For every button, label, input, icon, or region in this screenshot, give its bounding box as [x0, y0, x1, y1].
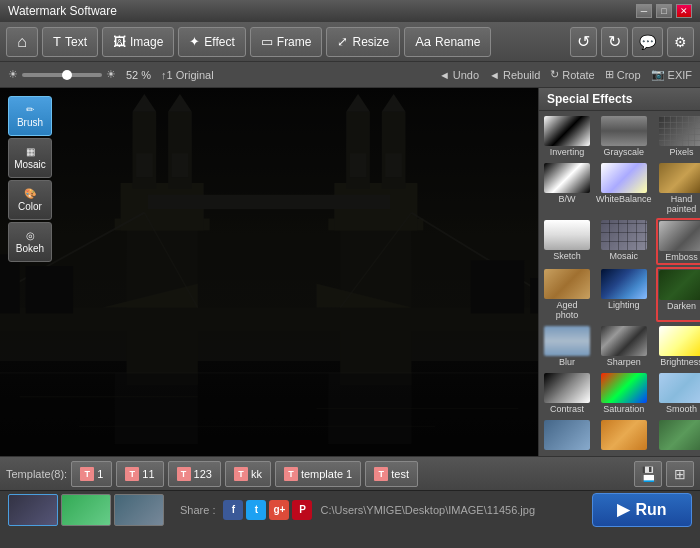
maximize-button[interactable]: □ [656, 4, 672, 18]
zoom-slider-container[interactable]: ☀ ☀ [8, 68, 116, 81]
rename-button[interactable]: Aa Rename [404, 27, 491, 57]
rebuild-icon: ◄ [489, 69, 500, 81]
exif-button[interactable]: 📷 EXIF [651, 68, 692, 81]
template-item-kk[interactable]: T kk [225, 461, 271, 487]
share-buttons: f t g+ P [223, 500, 312, 520]
panel-title: Special Effects [539, 88, 700, 111]
effect-agedphoto[interactable]: Aged photo [542, 267, 592, 322]
effect-pixels[interactable]: Pixels [656, 114, 700, 159]
thumbnail-2[interactable] [61, 494, 111, 526]
effect-thumb-mosaic [601, 220, 647, 250]
template-icon-123: T [177, 467, 191, 481]
rotate-button[interactable]: ↻ Rotate [550, 68, 594, 81]
twitter-share-button[interactable]: t [246, 500, 266, 520]
color-icon: 🎨 [24, 188, 36, 199]
minimize-button[interactable]: ─ [636, 4, 652, 18]
template-save-controls: 💾 ⊞ [634, 461, 694, 487]
template-item-11[interactable]: T 11 [116, 461, 163, 487]
image-button[interactable]: 🖼 Image [102, 27, 174, 57]
zoom-plus-icon[interactable]: ☀ [106, 68, 116, 81]
thumbnail-strip [8, 494, 164, 526]
rebuild-button[interactable]: ◄ Rebuild [489, 69, 540, 81]
color-tool-button[interactable]: 🎨 Color [8, 180, 52, 220]
effect-thumb-whitebalance [601, 163, 647, 193]
effect-emboss[interactable]: Emboss [656, 218, 700, 265]
effect-thumb-handpainted [659, 163, 700, 193]
template-icon-test: T [374, 467, 388, 481]
mosaic-tool-button[interactable]: ▦ Mosaic [8, 138, 52, 178]
effect-darken[interactable]: Darken [656, 267, 700, 322]
effect-blur[interactable]: Blur [542, 324, 592, 369]
template-item-template1[interactable]: T template 1 [275, 461, 361, 487]
run-icon: ▶ [617, 500, 629, 519]
redo-top-button[interactable]: ↻ [601, 27, 628, 57]
effect-thumb-extra2 [601, 420, 647, 450]
effect-thumb-bw [544, 163, 590, 193]
template-icon-template1: T [284, 467, 298, 481]
zoom-minus-icon[interactable]: ☀ [8, 68, 18, 81]
effect-handpainted[interactable]: Hand painted [656, 161, 700, 216]
settings-top-button[interactable]: ⚙ [667, 27, 694, 57]
effect-extra3[interactable] [656, 418, 700, 453]
effect-mosaic[interactable]: Mosaic [594, 218, 654, 265]
close-button[interactable]: ✕ [676, 4, 692, 18]
template-save-button[interactable]: 💾 [634, 461, 662, 487]
share-top-button[interactable]: 💬 [632, 27, 663, 57]
sec-toolbar: ☀ ☀ 52 % ↑1 Original ◄ Undo ◄ Rebuild ↻ … [0, 62, 700, 88]
share-label: Share : [180, 504, 215, 516]
crop-button[interactable]: ⊞ Crop [605, 68, 641, 81]
effect-extra2[interactable] [594, 418, 654, 453]
undo-button[interactable]: ◄ Undo [439, 69, 479, 81]
template-export-button[interactable]: ⊞ [666, 461, 694, 487]
effect-button[interactable]: ✦ Effect [178, 27, 245, 57]
effect-inverting[interactable]: Inverting [542, 114, 592, 159]
google-share-button[interactable]: g+ [269, 500, 289, 520]
template-item-123[interactable]: T 123 [168, 461, 221, 487]
effect-smooth[interactable]: Smooth [656, 371, 700, 416]
text-button[interactable]: T Text [42, 27, 98, 57]
effect-thumb-extra3 [659, 420, 700, 450]
frame-button[interactable]: ▭ Frame [250, 27, 323, 57]
title-bar-controls: ─ □ ✕ [636, 4, 692, 18]
exif-icon: 📷 [651, 68, 665, 81]
effect-sharpen[interactable]: Sharpen [594, 324, 654, 369]
crop-icon: ⊞ [605, 68, 614, 81]
effect-grayscale[interactable]: Grayscale [594, 114, 654, 159]
pinterest-share-button[interactable]: P [292, 500, 312, 520]
effect-thumb-grayscale [601, 116, 647, 146]
main-toolbar: ⌂ T Text 🖼 Image ✦ Effect ▭ Frame ⤢ Resi… [0, 22, 700, 62]
home-button[interactable]: ⌂ [6, 27, 38, 57]
bokeh-tool-button[interactable]: ◎ Bokeh [8, 222, 52, 262]
template-item-test[interactable]: T test [365, 461, 418, 487]
undo-icon: ◄ [439, 69, 450, 81]
effect-extra1[interactable] [542, 418, 592, 453]
undo-top-button[interactable]: ↺ [570, 27, 597, 57]
mosaic-icon: ▦ [26, 146, 35, 157]
main-content: ✏ Brush ▦ Mosaic 🎨 Color ◎ Bokeh Special… [0, 88, 700, 456]
effect-saturation[interactable]: Saturation [594, 371, 654, 416]
effects-grid: Inverting Grayscale Pixels B/W WhiteBala… [539, 111, 700, 456]
effect-whitebalance[interactable]: WhiteBalance [594, 161, 654, 216]
brush-tool-button[interactable]: ✏ Brush [8, 96, 52, 136]
zoom-slider[interactable] [22, 73, 102, 77]
run-button[interactable]: ▶ Run [592, 493, 692, 527]
effect-thumb-saturation [601, 373, 647, 403]
thumbnail-3[interactable] [114, 494, 164, 526]
template-icon-kk: T [234, 467, 248, 481]
home-icon: ⌂ [17, 33, 27, 51]
effect-brightness[interactable]: Brightness [656, 324, 700, 369]
resize-button[interactable]: ⤢ Resize [326, 27, 400, 57]
thumbnail-1[interactable] [8, 494, 58, 526]
bokeh-icon: ◎ [26, 230, 35, 241]
file-path: C:\Users\YMIGE\Desktop\IMAGE\11456.jpg [320, 504, 584, 516]
canvas-area: ✏ Brush ▦ Mosaic 🎨 Color ◎ Bokeh [0, 88, 538, 456]
effect-lighting[interactable]: Lighting [594, 267, 654, 322]
effect-thumb-extra1 [544, 420, 590, 450]
effect-thumb-pixels [659, 116, 700, 146]
effect-contrast[interactable]: Contrast [542, 371, 592, 416]
effect-sketch[interactable]: Sketch [542, 218, 592, 265]
facebook-share-button[interactable]: f [223, 500, 243, 520]
template-bar: Template(8): T 1 T 11 T 123 T kk T templ… [0, 456, 700, 490]
effect-bw[interactable]: B/W [542, 161, 592, 216]
template-item-1[interactable]: T 1 [71, 461, 112, 487]
